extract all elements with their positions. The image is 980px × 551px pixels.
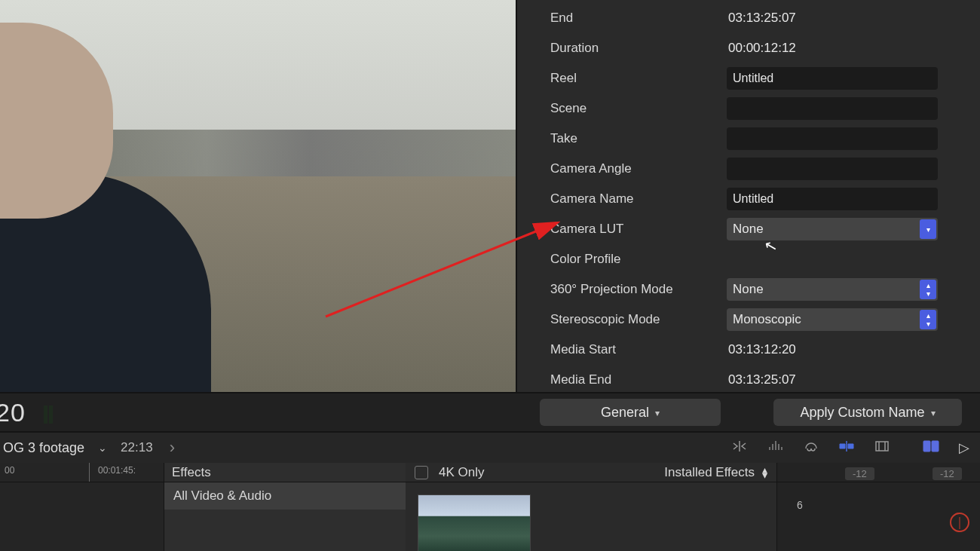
- row-media-start: Media Start 03:13:12:20: [517, 335, 980, 365]
- row-take: Take: [517, 124, 980, 154]
- take-input[interactable]: [727, 127, 938, 150]
- reel-input[interactable]: Untitled: [727, 67, 938, 90]
- effects-browser: 4K Only Installed Effects ▴▾: [406, 463, 776, 551]
- project-name[interactable]: OG 3 footage: [3, 440, 84, 456]
- row-end: End 03:13:25:07: [517, 3, 980, 33]
- installed-effects-dropdown[interactable]: Installed Effects: [664, 465, 755, 480]
- row-stereo: Stereoscopic Mode Monoscopic: [517, 305, 980, 335]
- camera-name-input[interactable]: Untitled: [727, 188, 938, 210]
- ruler-column: 00 00:01:45:: [0, 463, 164, 551]
- chevron-updown-icon: [920, 280, 936, 299]
- timeline-ruler[interactable]: 00 00:01:45:: [0, 463, 164, 482]
- scene-input[interactable]: [727, 97, 938, 120]
- chevron-down-icon: [920, 219, 936, 239]
- effects-sidebar: Effects All Video & Audio: [164, 463, 406, 551]
- row-reel: Reel Untitled: [517, 63, 980, 93]
- control-bar: 20 General Apply Custom Name: [0, 392, 980, 431]
- sort-updown-icon[interactable]: ▴▾: [762, 467, 767, 478]
- camera-lut-dropdown[interactable]: None: [727, 218, 938, 240]
- project-duration: 22:13: [121, 440, 153, 455]
- snapping-icon[interactable]: [838, 439, 855, 457]
- row-duration: Duration 00:00:12:12: [517, 33, 980, 63]
- clip-appearance-icon[interactable]: [874, 439, 890, 457]
- audio-skimming-icon[interactable]: [767, 439, 784, 457]
- row-camera-name: Camera Name Untitled: [517, 184, 980, 214]
- projection-dropdown[interactable]: None: [727, 278, 938, 301]
- play-icon[interactable]: ▷: [959, 439, 969, 456]
- skimming-icon[interactable]: [731, 439, 748, 457]
- effects-heading: Effects: [164, 463, 406, 482]
- apply-custom-name-button[interactable]: Apply Custom Name: [773, 399, 962, 426]
- 4k-only-label: 4K Only: [439, 465, 484, 480]
- svg-rect-3: [932, 441, 939, 452]
- audio-meter-icon: [44, 401, 66, 424]
- inspector-panel: End 03:13:25:07 Duration 00:00:12:12 Ree…: [516, 0, 980, 392]
- history-forward-icon[interactable]: ›: [167, 438, 178, 458]
- bottom-area: 00 00:01:45: Effects All Video & Audio 4…: [0, 463, 980, 551]
- row-camera-lut: Camera LUT None: [517, 214, 980, 244]
- project-disclosure-icon[interactable]: ⌄: [98, 442, 107, 454]
- project-bar: OG 3 footage ⌄ 22:13 › ▷: [0, 431, 980, 463]
- audio-meters-panel: -12 -12 6 ｜: [776, 463, 980, 551]
- general-button[interactable]: General: [540, 399, 721, 426]
- row-color-profile: Color Profile: [517, 244, 980, 274]
- svg-rect-1: [876, 442, 888, 451]
- viewer-image: [0, 0, 516, 392]
- camera-angle-input[interactable]: [727, 158, 938, 180]
- chevron-updown-icon: [920, 310, 936, 329]
- row-projection: 360° Projection Mode None: [517, 274, 980, 305]
- solo-icon[interactable]: [804, 439, 819, 458]
- db-label-right: -12: [933, 467, 962, 480]
- stereo-dropdown[interactable]: Monoscopic: [727, 308, 938, 331]
- row-scene: Scene: [517, 93, 980, 124]
- effects-category-all[interactable]: All Video & Audio: [164, 482, 406, 510]
- effect-thumbnail[interactable]: [418, 494, 531, 551]
- timeline-index-icon[interactable]: [923, 439, 939, 457]
- timecode-display[interactable]: 20: [0, 398, 26, 427]
- audio-scale-6: 6: [797, 499, 803, 511]
- record-indicator-icon[interactable]: ｜: [950, 513, 969, 532]
- viewer-panel: [0, 0, 516, 392]
- db-label-left: -12: [845, 467, 874, 480]
- row-media-end: Media End 03:13:25:07: [517, 365, 980, 395]
- toolbar-icons: ▷: [731, 439, 969, 458]
- svg-rect-2: [923, 441, 930, 452]
- 4k-only-checkbox[interactable]: [415, 466, 428, 479]
- row-camera-angle: Camera Angle: [517, 154, 980, 184]
